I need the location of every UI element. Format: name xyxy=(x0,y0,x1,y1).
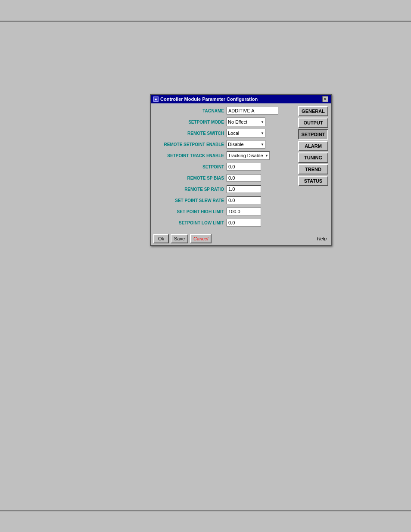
save-button[interactable]: Save xyxy=(171,234,188,243)
remote-sp-ratio-label: REMOTE SP RATIO xyxy=(153,187,227,192)
remote-setpoint-enable-select[interactable]: Disable Enable xyxy=(227,140,265,149)
title-bar-content: ■ Controller Module Parameter Configurat… xyxy=(153,96,258,102)
status-button[interactable]: STATUS xyxy=(298,176,328,186)
dialog-footer: Ok Save Cancel Help xyxy=(151,232,331,245)
setpoint-track-enable-label: SETPOINT TRACK ENABLE xyxy=(153,153,227,158)
set-point-slew-rate-input[interactable] xyxy=(227,196,261,204)
title-bar: ■ Controller Module Parameter Configurat… xyxy=(151,95,331,103)
ok-button[interactable]: Ok xyxy=(153,234,169,243)
remote-sp-bias-row: REMOTE SP BIAS xyxy=(153,173,296,183)
setpoint-mode-label: SETPOINT MODE xyxy=(153,120,227,124)
setpoint-button[interactable]: SETPOINT xyxy=(298,129,328,140)
remote-setpoint-enable-row: REMOTE SETPOINT ENABLE Disable Enable xyxy=(153,140,296,149)
setpoint-track-enable-row: SETPOINT TRACK ENABLE Tracking Disabled … xyxy=(153,151,296,160)
close-button[interactable]: × xyxy=(322,96,328,102)
remote-sp-ratio-input[interactable] xyxy=(227,185,261,193)
remote-switch-row: REMOTE SWITCH Local Remote Auto xyxy=(153,128,296,138)
set-point-high-limit-label: SET POINT HIGH LIMIT xyxy=(153,209,227,214)
setpoint-row: SETPOINT xyxy=(153,162,296,171)
tagname-input[interactable] xyxy=(227,107,278,115)
set-point-high-limit-input[interactable] xyxy=(227,208,261,215)
remote-sp-ratio-row: REMOTE SP RATIO xyxy=(153,184,296,194)
setpoint-low-limit-row: SETPOINT LOW LIMIT xyxy=(153,218,296,227)
set-point-slew-rate-label: SET POINT SLEW RATE xyxy=(153,198,227,203)
sidebar-buttons: GENERAL OUTPUT SETPOINT ALARM TUNING TRE… xyxy=(298,106,328,229)
dialog-title: Controller Module Parameter Configuratio… xyxy=(160,96,258,102)
setpoint-label: SETPOINT xyxy=(153,165,227,169)
form-section: TAGNAME SETPOINT MODE No Effect Local On… xyxy=(153,106,296,229)
tuning-button[interactable]: TUNING xyxy=(298,152,328,163)
set-point-slew-rate-row: SET POINT SLEW RATE xyxy=(153,196,296,205)
bottom-divider xyxy=(0,510,411,511)
setpoint-mode-wrapper: No Effect Local Only Remote Only xyxy=(227,118,265,126)
setpoint-track-enable-select[interactable]: Tracking Disabled Tracking Enabled xyxy=(227,151,270,160)
set-point-high-limit-row: SET POINT HIGH LIMIT xyxy=(153,207,296,216)
setpoint-low-limit-input[interactable] xyxy=(227,219,261,227)
dialog-icon: ■ xyxy=(153,96,159,102)
general-button[interactable]: GENERAL xyxy=(298,106,328,116)
alarm-button[interactable]: ALARM xyxy=(298,141,328,151)
remote-sp-bias-input[interactable] xyxy=(227,174,261,182)
tagname-label: TAGNAME xyxy=(153,109,227,113)
setpoint-low-limit-label: SETPOINT LOW LIMIT xyxy=(153,221,227,225)
dialog-body: TAGNAME SETPOINT MODE No Effect Local On… xyxy=(151,103,331,232)
remote-switch-wrapper: Local Remote Auto xyxy=(227,129,265,137)
setpoint-track-enable-wrapper: Tracking Disabled Tracking Enabled xyxy=(227,151,270,160)
trend-button[interactable]: TREND xyxy=(298,164,328,174)
help-button[interactable]: Help xyxy=(315,236,328,241)
remote-sp-bias-label: REMOTE SP BIAS xyxy=(153,176,227,180)
remote-switch-label: REMOTE SWITCH xyxy=(153,131,227,136)
remote-setpoint-enable-wrapper: Disable Enable xyxy=(227,140,265,149)
setpoint-mode-row: SETPOINT MODE No Effect Local Only Remot… xyxy=(153,117,296,127)
setpoint-mode-select[interactable]: No Effect Local Only Remote Only xyxy=(227,118,265,126)
output-button[interactable]: OUTPUT xyxy=(298,118,328,128)
setpoint-input[interactable] xyxy=(227,163,261,171)
remote-setpoint-enable-label: REMOTE SETPOINT ENABLE xyxy=(153,142,227,147)
remote-switch-select[interactable]: Local Remote Auto xyxy=(227,129,265,137)
tagname-row: TAGNAME xyxy=(153,106,296,115)
top-divider xyxy=(0,21,411,22)
config-dialog: ■ Controller Module Parameter Configurat… xyxy=(150,94,332,246)
cancel-button[interactable]: Cancel xyxy=(190,234,212,243)
